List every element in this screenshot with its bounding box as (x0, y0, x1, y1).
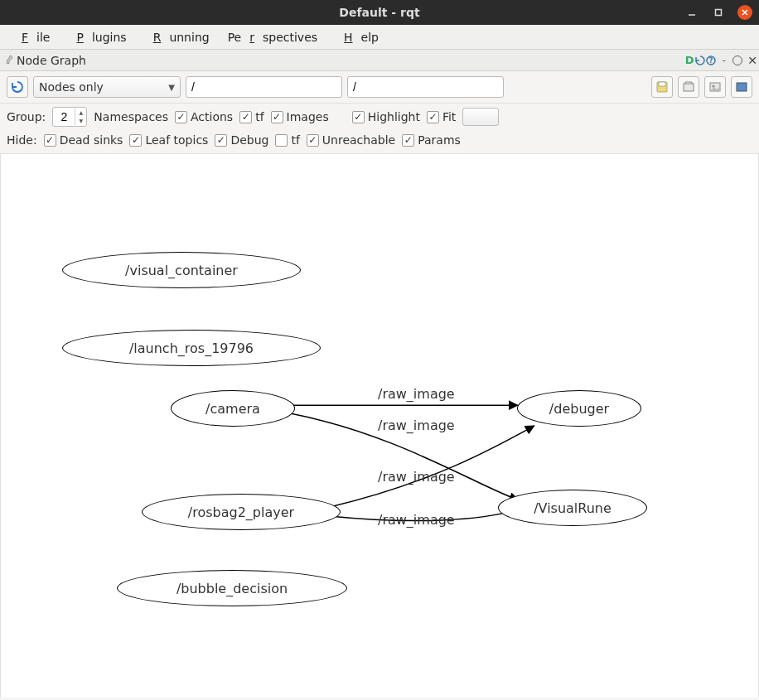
actions-checkbox[interactable]: ✓Actions (175, 110, 233, 123)
leaftopics-checkbox[interactable]: ✓Leaf topics (129, 133, 208, 147)
svg-text:?: ? (708, 57, 713, 65)
circle-button[interactable] (732, 56, 742, 65)
minimize-button[interactable] (684, 5, 699, 20)
plugin-title-text: Node Graph (17, 54, 86, 67)
save-button[interactable] (651, 76, 673, 98)
deadsinks-checkbox[interactable]: ✓Dead sinks (44, 133, 123, 147)
filter-input-1[interactable] (186, 76, 342, 98)
view-mode-value: Nodes only (39, 80, 104, 94)
node-graph-canvas[interactable]: /visual_container /launch_ros_19796 /cam… (0, 153, 759, 698)
menu-bar: File Plugins Running Perspectives Help (0, 25, 759, 50)
plugin-titlebar-controls: D ? - ✕ (685, 54, 757, 67)
window-controls (684, 5, 752, 20)
group-row: Group: ▲▼ Namespaces ✓Actions ✓tf ✓Image… (0, 104, 759, 130)
maximize-button[interactable] (711, 5, 726, 20)
hide-row: Hide: ✓Dead sinks ✓Leaf topics ✓Debug tf… (0, 130, 759, 153)
hide-tf-checkbox[interactable]: tf (275, 133, 299, 147)
params-checkbox[interactable]: ✓Params (402, 133, 461, 147)
tf-checkbox[interactable]: ✓tf (239, 110, 263, 123)
plugin-titlebar: Node Graph D ? - ✕ (0, 50, 759, 71)
open-button[interactable] (678, 76, 699, 98)
wrench-icon (2, 54, 15, 67)
window-title: Default - rqt (339, 6, 419, 19)
plugin-title: Node Graph (2, 54, 86, 67)
image-button[interactable] (704, 76, 726, 98)
images-checkbox[interactable]: ✓Images (271, 110, 329, 123)
node-visual-container[interactable]: /visual_container (62, 252, 301, 288)
edge-label-2: /raw_image (378, 418, 455, 433)
menu-file[interactable]: File (5, 28, 58, 46)
unreachable-checkbox[interactable]: ✓Unreachable (307, 133, 395, 147)
node-visualrune[interactable]: /VisualRune (498, 490, 647, 526)
svg-rect-8 (684, 84, 694, 91)
fit-color-swatch[interactable] (462, 108, 499, 126)
edge-label-3: /raw_image (378, 469, 455, 485)
refresh-icon (695, 56, 705, 65)
fit-checkbox[interactable]: ✓Fit (427, 110, 456, 123)
highlight-checkbox[interactable]: ✓Highlight (352, 110, 420, 123)
spin-up[interactable]: ▲ (75, 109, 86, 117)
spin-down[interactable]: ▼ (75, 117, 86, 125)
dco-buttons[interactable]: D ? (685, 54, 716, 66)
menu-help[interactable]: Help (327, 28, 387, 46)
filter-input-2[interactable] (347, 76, 504, 98)
namespaces-label: Namespaces (94, 110, 168, 123)
node-bubble-decision[interactable]: /bubble_decision (117, 570, 347, 606)
hide-label: Hide: (7, 133, 37, 147)
filter-bar: Nodes only ▼ (0, 71, 759, 104)
window-titlebar: Default - rqt (0, 0, 759, 25)
group-label: Group: (7, 110, 46, 123)
group-value[interactable] (53, 108, 75, 126)
close-plugin-button[interactable]: ✕ (747, 54, 757, 67)
node-launch-ros[interactable]: /launch_ros_19796 (62, 330, 321, 366)
svg-rect-7 (659, 82, 665, 86)
edge-label-4: /raw_image (378, 512, 455, 528)
view-mode-dropdown[interactable]: Nodes only ▼ (33, 76, 181, 98)
debug-checkbox[interactable]: ✓Debug (215, 133, 268, 147)
group-spinner[interactable]: ▲▼ (52, 107, 87, 127)
menu-running[interactable]: Running (137, 28, 218, 46)
svg-rect-11 (737, 83, 747, 91)
help-icon: ? (706, 56, 716, 65)
fit-button[interactable] (731, 76, 752, 98)
close-button[interactable] (737, 5, 752, 20)
node-rosbag2-player[interactable]: /rosbag2_player (142, 494, 341, 530)
refresh-button[interactable] (7, 76, 28, 98)
menu-perspectives[interactable]: Perspectives (220, 28, 326, 46)
chevron-down-icon: ▼ (168, 83, 175, 92)
node-debuger[interactable]: /debuger (517, 390, 641, 427)
node-camera[interactable]: /camera (171, 390, 295, 427)
edge-label-1: /raw_image (378, 386, 455, 402)
menu-plugins[interactable]: Plugins (60, 28, 134, 46)
svg-rect-1 (716, 10, 722, 16)
